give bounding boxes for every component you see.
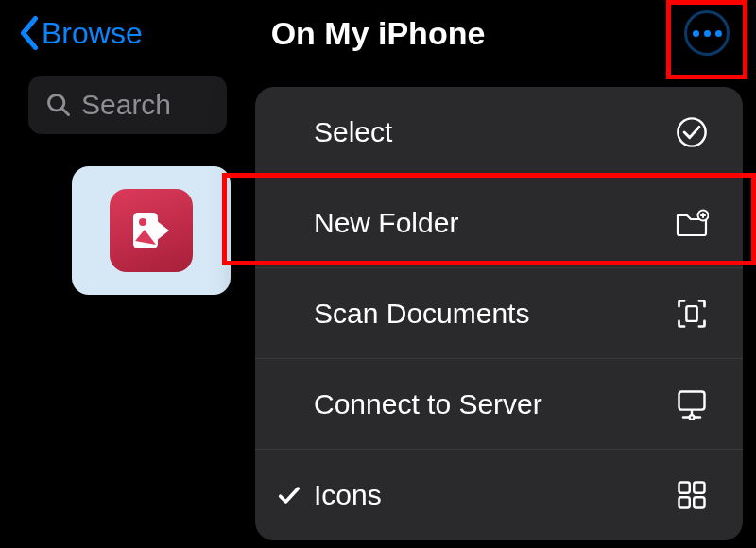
svg-rect-17: [694, 497, 704, 507]
menu-item-new-folder[interactable]: New Folder: [255, 178, 743, 268]
app-folder-icon: [110, 189, 193, 272]
svg-rect-16: [679, 497, 690, 507]
search-icon: [45, 92, 72, 118]
back-button[interactable]: Browse: [19, 16, 143, 51]
svg-line-1: [62, 109, 69, 115]
ellipsis-icon: [693, 30, 699, 37]
menu-label: New Folder: [314, 207, 458, 239]
folder-plus-icon: [675, 206, 709, 240]
search-input[interactable]: Search: [28, 76, 227, 134]
svg-point-3: [139, 218, 146, 226]
menu-item-scan-documents[interactable]: Scan Documents: [255, 268, 743, 359]
back-label: Browse: [42, 16, 143, 51]
svg-rect-9: [679, 391, 705, 409]
svg-rect-15: [694, 483, 704, 493]
menu-label: Connect to Server: [314, 388, 542, 420]
search-placeholder: Search: [81, 89, 171, 121]
svg-rect-14: [679, 483, 690, 493]
checkmark-circle-icon: [675, 115, 709, 149]
grid-icon: [675, 478, 709, 512]
nav-header: Browse On My iPhone: [0, 0, 756, 66]
more-button[interactable]: [684, 10, 730, 56]
menu-label: Icons: [314, 479, 382, 511]
menu-item-connect-server[interactable]: Connect to Server: [255, 359, 743, 450]
chevron-left-icon: [19, 16, 40, 50]
menu-item-icons-view[interactable]: Icons: [255, 450, 743, 540]
menu-label: Scan Documents: [314, 298, 529, 330]
svg-point-4: [678, 118, 705, 146]
menu-item-select[interactable]: Select: [255, 87, 743, 178]
server-icon: [675, 387, 709, 421]
context-menu: Select New Folder Scan Documents Connect…: [255, 87, 743, 540]
svg-rect-8: [686, 306, 696, 321]
menu-label: Select: [314, 116, 392, 148]
folder-item[interactable]: [72, 166, 231, 295]
scan-doc-icon: [675, 297, 709, 331]
page-title: On My iPhone: [271, 15, 486, 52]
checkmark-icon: [276, 482, 302, 508]
